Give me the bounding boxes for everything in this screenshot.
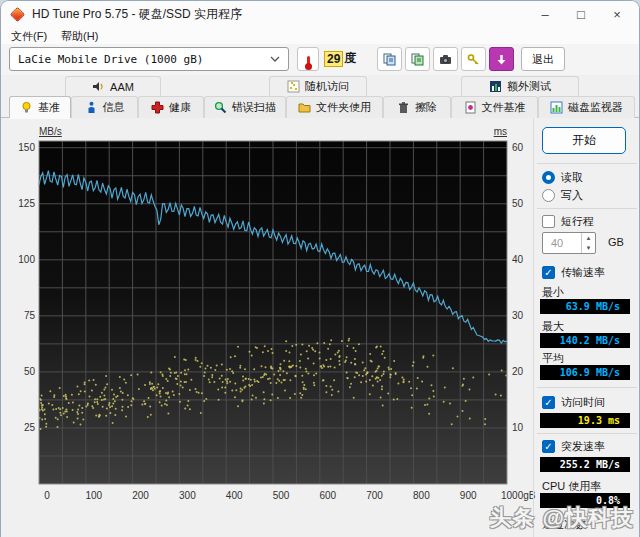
maximize-button[interactable]: □ [563,1,599,28]
write-radio[interactable] [542,189,555,202]
tab-random-access[interactable]: 随机访问 [269,76,367,96]
start-button[interactable]: 开始 [542,127,626,154]
axis-tick-label: 700 [355,490,395,501]
axis-tick-label: 800 [401,490,441,501]
axis-tick-label: 25 [7,422,35,433]
axis-tick-label: 200 [121,490,161,501]
screenshot-button[interactable] [433,47,458,71]
axis-tick-label: 60 [512,142,523,153]
cpu-usage-label: CPU 使用率 [542,479,601,494]
extra-tests-icon [489,80,502,93]
short-stroke-checkbox[interactable] [542,215,555,228]
tab-row-primary: 基准 信息 健康 错误扫描 文件夹使用 擦除 文件基准 磁盘监视器 [1,96,639,118]
start-button-label: 开始 [572,132,596,149]
tab-file-benchmark-label: 文件基准 [482,100,526,115]
disk-monitor-icon [550,101,563,114]
tab-extra-tests-label: 额外测试 [507,79,551,94]
transfer-rate-row[interactable]: ✓ 传输速率 [542,265,605,280]
burst-rate-checkbox[interactable]: ✓ [542,440,555,453]
tab-disk-monitor-label: 磁盘监视器 [568,100,623,115]
keys-icon [467,53,480,66]
copy-screenshot-button[interactable] [405,47,430,71]
tab-info[interactable]: 信息 [71,96,138,118]
short-stroke-label: 短行程 [561,214,594,229]
short-stroke-unit: GB [608,236,624,248]
tab-health-label: 健康 [169,100,191,115]
access-time-display: 19.3 ms [540,413,630,428]
tab-error-scan-label: 错误扫描 [232,100,276,115]
axis-tick-label: 125 [7,198,35,209]
axis-tick-label: 0 [27,490,67,501]
tab-disk-monitor[interactable]: 磁盘监视器 [538,96,635,118]
tab-benchmark[interactable]: 基准 [9,96,71,118]
min-value-display: 63.9 MB/s [540,299,630,314]
write-radio-row[interactable]: 写入 [542,188,583,203]
access-time-row[interactable]: ✓ 访问时间 [542,395,605,410]
close-button[interactable]: × [599,1,635,28]
axis-tick-label: 500 [261,490,301,501]
axis-tick-label: 150 [7,142,35,153]
toolbar: LaCie Mobile Drive (1000 gB) 29 度 [1,44,639,75]
spinner-down-icon[interactable]: ▼ [582,243,595,253]
minimize-button[interactable]: – [527,1,563,28]
spinner-arrows[interactable]: ▲▼ [581,233,595,253]
write-radio-label: 写入 [561,188,583,203]
tab-file-benchmark[interactable]: 文件基准 [451,96,538,118]
axis-tick-label: 900 [448,490,488,501]
drive-select-value: LaCie Mobile Drive (1000 gB) [18,53,203,66]
short-stroke-value: 40 [543,233,581,253]
tab-folder-usage[interactable]: 文件夹使用 [286,96,383,118]
copy-icon [383,53,396,66]
error-scan-icon [214,101,227,114]
read-radio-row[interactable]: 读取 [542,170,583,185]
burst-rate-row[interactable]: ✓ 突发速率 [542,439,605,454]
short-stroke-row[interactable]: 短行程 [542,214,594,229]
axis-tick-label: 400 [214,490,254,501]
copy-button[interactable] [377,47,402,71]
tab-aam-label: AAM [110,81,134,93]
chart-canvas [1,119,533,537]
exit-button[interactable]: 退出 [521,47,565,71]
benchmark-chart: MB/s ms 25507510012515010203040506001002… [1,119,533,537]
file-benchmark-icon [464,101,477,114]
erase-icon [397,101,410,114]
max-value-display: 140.2 MB/s [540,333,630,348]
short-stroke-size-input[interactable]: 40 ▲▼ [542,232,596,254]
tab-erase-label: 擦除 [415,100,437,115]
spinner-up-icon[interactable]: ▲ [582,233,595,243]
tab-erase[interactable]: 擦除 [383,96,451,118]
min-label: 最小 [542,285,564,300]
tab-error-scan[interactable]: 错误扫描 [204,96,286,118]
tab-aam[interactable]: AAM [65,76,161,96]
tab-health[interactable]: 健康 [138,96,204,118]
drive-select-dropdown[interactable]: LaCie Mobile Drive (1000 gB) [9,47,289,71]
download-icon [495,53,508,66]
axis-tick-label: 100 [74,490,114,501]
axis-tick-label: 75 [7,310,35,321]
tab-extra-tests[interactable]: 额外测试 [461,76,579,96]
burst-rate-label: 突发速率 [561,439,605,454]
transfer-rate-checkbox[interactable]: ✓ [542,266,555,279]
save-results-button[interactable] [489,47,514,71]
tab-row-secondary: AAM 随机访问 额外测试 [1,76,639,96]
menu-help[interactable]: 帮助(H) [61,29,98,44]
menu-bar: 文件(F) 帮助(H) [1,28,639,44]
tab-benchmark-label: 基准 [38,100,60,115]
chevron-down-icon [270,53,280,66]
access-time-checkbox[interactable]: ✓ [542,396,555,409]
title-bar: HD Tune Pro 5.75 - 硬盘/SSD 实用程序 – □ × [1,1,639,28]
axis-tick-label: 600 [308,490,348,501]
axis-tick-label: 20 [512,366,523,377]
benchmark-icon [20,101,33,114]
access-time-label: 访问时间 [561,395,605,410]
tab-info-label: 信息 [103,100,125,115]
health-icon [151,101,164,114]
transfer-rate-label: 传输速率 [561,265,605,280]
menu-file[interactable]: 文件(F) [11,29,47,44]
read-radio[interactable] [542,171,555,184]
temperature-button[interactable] [297,47,319,71]
exit-button-label: 退出 [532,52,554,67]
right-axis-unit: ms [481,126,507,137]
register-button[interactable] [461,47,486,71]
window-title: HD Tune Pro 5.75 - 硬盘/SSD 实用程序 [32,6,242,23]
